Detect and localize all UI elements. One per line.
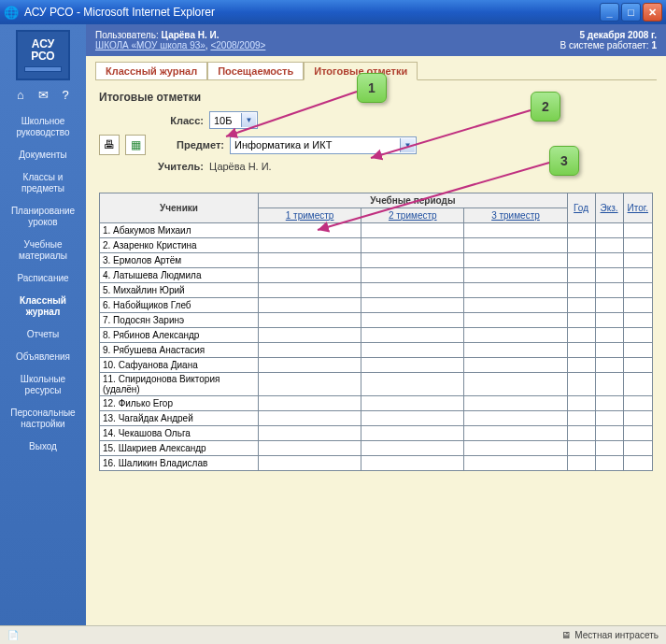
sidebar-item[interactable]: Персональные настройки <box>0 402 86 436</box>
grade-cell[interactable] <box>361 441 464 456</box>
grade-cell[interactable] <box>464 411 567 426</box>
grade-cell[interactable] <box>567 298 595 313</box>
print-button[interactable]: 🖶 <box>99 135 120 155</box>
mail-icon[interactable]: ✉ <box>35 86 51 103</box>
grade-cell[interactable] <box>623 253 652 268</box>
grade-cell[interactable] <box>567 223 595 238</box>
grade-cell[interactable] <box>567 268 595 283</box>
col-year[interactable]: Год <box>567 193 595 223</box>
grade-cell[interactable] <box>361 253 464 268</box>
grade-cell[interactable] <box>464 313 567 328</box>
sidebar-item[interactable]: Документы <box>0 144 86 166</box>
grade-cell[interactable] <box>595 283 623 298</box>
grade-cell[interactable] <box>361 358 464 373</box>
sidebar-item[interactable]: Учебные материалы <box>0 234 86 267</box>
grade-cell[interactable] <box>567 358 595 373</box>
grade-cell[interactable] <box>361 426 464 441</box>
grade-cell[interactable] <box>259 456 361 471</box>
grade-cell[interactable] <box>259 358 361 373</box>
grade-cell[interactable] <box>567 238 595 253</box>
grade-cell[interactable] <box>623 456 652 471</box>
grade-cell[interactable] <box>567 313 595 328</box>
grade-cell[interactable] <box>595 343 623 358</box>
grade-cell[interactable] <box>259 268 361 283</box>
grade-cell[interactable] <box>623 441 652 456</box>
col-period[interactable]: 3 триместр <box>464 208 567 223</box>
grade-cell[interactable] <box>464 456 567 471</box>
col-final[interactable]: Итог. <box>623 193 652 223</box>
grade-cell[interactable] <box>567 396 595 411</box>
year-link[interactable]: <2008/2009> <box>210 40 265 50</box>
col-period[interactable]: 1 триместр <box>259 208 361 223</box>
sidebar-item[interactable]: Объявления <box>0 346 86 368</box>
maximize-button[interactable]: □ <box>621 3 641 21</box>
grade-cell[interactable] <box>595 268 623 283</box>
grade-cell[interactable] <box>623 268 652 283</box>
grade-cell[interactable] <box>623 298 652 313</box>
grade-cell[interactable] <box>595 328 623 343</box>
grade-cell[interactable] <box>259 441 361 456</box>
grade-cell[interactable] <box>361 328 464 343</box>
grade-cell[interactable] <box>623 328 652 343</box>
grade-cell[interactable] <box>259 343 361 358</box>
grade-cell[interactable] <box>623 313 652 328</box>
grade-cell[interactable] <box>361 223 464 238</box>
grade-cell[interactable] <box>464 426 567 441</box>
grade-cell[interactable] <box>595 411 623 426</box>
sidebar-item[interactable]: Расписание <box>0 267 86 290</box>
subject-select[interactable]: Информатика и ИКТ ▼ <box>230 136 417 154</box>
sidebar-item[interactable]: Классы и предметы <box>0 166 86 200</box>
grade-cell[interactable] <box>259 223 361 238</box>
sidebar-item[interactable]: Школьные ресурсы <box>0 368 86 402</box>
grade-cell[interactable] <box>361 396 464 411</box>
grade-cell[interactable] <box>259 426 361 441</box>
sidebar-item[interactable]: Отчеты <box>0 323 86 346</box>
grade-cell[interactable] <box>259 313 361 328</box>
col-period[interactable]: 2 триместр <box>361 208 464 223</box>
grade-cell[interactable] <box>595 426 623 441</box>
grade-cell[interactable] <box>464 373 567 396</box>
grade-cell[interactable] <box>361 283 464 298</box>
grade-cell[interactable] <box>361 343 464 358</box>
grade-cell[interactable] <box>623 238 652 253</box>
school-link[interactable]: ШКОЛА «МОУ школа 93» <box>95 40 205 50</box>
grade-cell[interactable] <box>464 298 567 313</box>
help-icon[interactable]: ? <box>57 86 74 103</box>
sidebar-item[interactable]: Школьное руководство <box>0 110 86 144</box>
grade-cell[interactable] <box>595 238 623 253</box>
export-excel-button[interactable]: ▦ <box>125 135 146 155</box>
grade-cell[interactable] <box>567 441 595 456</box>
grade-cell[interactable] <box>623 358 652 373</box>
grade-cell[interactable] <box>464 238 567 253</box>
grade-cell[interactable] <box>361 298 464 313</box>
class-select[interactable]: 10Б ▼ <box>209 111 258 129</box>
grade-cell[interactable] <box>567 426 595 441</box>
grade-cell[interactable] <box>259 373 361 396</box>
grade-cell[interactable] <box>361 268 464 283</box>
grade-cell[interactable] <box>595 373 623 396</box>
grade-cell[interactable] <box>567 343 595 358</box>
grade-cell[interactable] <box>464 328 567 343</box>
grade-cell[interactable] <box>259 411 361 426</box>
grade-cell[interactable] <box>464 223 567 238</box>
grade-cell[interactable] <box>361 411 464 426</box>
grade-cell[interactable] <box>623 343 652 358</box>
grade-cell[interactable] <box>464 283 567 298</box>
grade-cell[interactable] <box>595 441 623 456</box>
grade-cell[interactable] <box>464 268 567 283</box>
grade-cell[interactable] <box>464 358 567 373</box>
grade-cell[interactable] <box>595 396 623 411</box>
grade-cell[interactable] <box>567 253 595 268</box>
grade-cell[interactable] <box>464 396 567 411</box>
tab[interactable]: Посещаемость <box>207 62 304 80</box>
grade-cell[interactable] <box>623 396 652 411</box>
sidebar-item[interactable]: Выход <box>0 436 86 458</box>
grade-cell[interactable] <box>361 313 464 328</box>
grade-cell[interactable] <box>595 223 623 238</box>
grade-cell[interactable] <box>259 328 361 343</box>
grade-cell[interactable] <box>595 253 623 268</box>
grade-cell[interactable] <box>623 411 652 426</box>
grade-cell[interactable] <box>259 238 361 253</box>
grade-cell[interactable] <box>623 373 652 396</box>
grade-cell[interactable] <box>595 456 623 471</box>
